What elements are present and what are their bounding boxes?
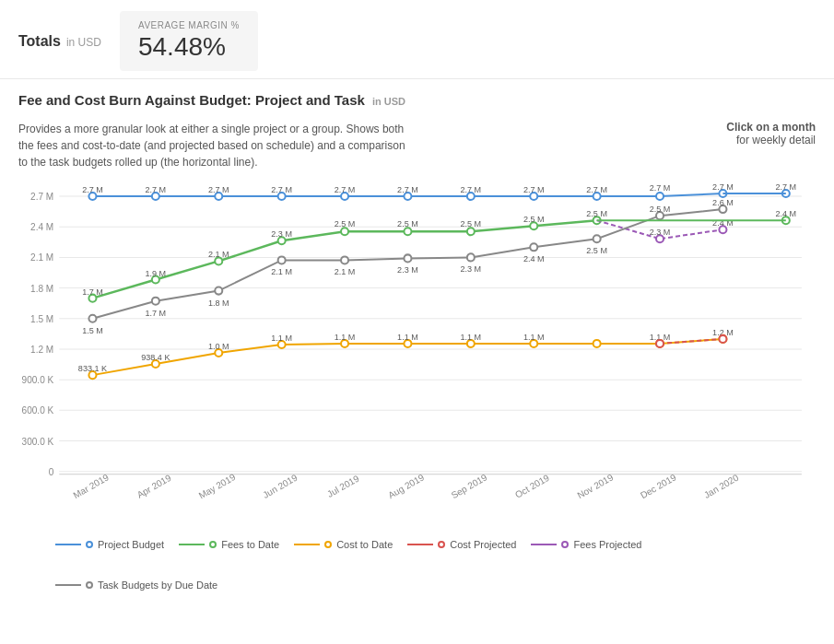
svg-text:2.7 M: 2.7 M — [146, 185, 167, 194]
info-text: Provides a more granular look at either … — [18, 121, 405, 170]
svg-point-93 — [656, 340, 664, 347]
svg-text:2.1 M: 2.1 M — [208, 250, 229, 259]
svg-point-100 — [152, 298, 159, 305]
legend-label-task-budgets: Task Budgets by Due Date — [98, 580, 217, 591]
svg-point-106 — [530, 243, 537, 251]
metric-value: 54.48% — [138, 32, 240, 62]
svg-text:2.3 M: 2.3 M — [650, 228, 671, 237]
svg-text:1.1 M: 1.1 M — [335, 333, 356, 342]
svg-text:2.7 M: 2.7 M — [335, 185, 356, 194]
svg-text:Dec 2019: Dec 2019 — [639, 472, 678, 500]
legend-line-cost-to-date — [294, 544, 320, 545]
svg-text:Nov 2019: Nov 2019 — [576, 472, 616, 500]
legend-line-project-budget — [55, 544, 81, 545]
svg-text:2.3 M: 2.3 M — [461, 264, 482, 274]
svg-text:2.1 M: 2.1 M — [335, 268, 356, 277]
svg-text:2.1 M: 2.1 M — [271, 268, 292, 277]
legend-dot-project-budget — [86, 541, 93, 548]
svg-point-60 — [467, 228, 475, 235]
svg-text:900.0 K: 900.0 K — [22, 375, 54, 385]
svg-text:2.5 M: 2.5 M — [397, 219, 418, 228]
svg-text:2.7 M: 2.7 M — [208, 185, 229, 194]
legend-item-task-budgets: Task Budgets by Due Date — [55, 580, 217, 591]
svg-text:2.4 M: 2.4 M — [30, 222, 53, 232]
metric-box: AVERAGE MARGIN % 54.48% — [120, 11, 258, 71]
legend-dot-fees-projected — [561, 541, 569, 548]
svg-text:600.0 K: 600.0 K — [22, 405, 54, 416]
svg-point-104 — [404, 254, 411, 262]
svg-text:Oct 2019: Oct 2019 — [513, 473, 551, 500]
svg-text:Jan 2020: Jan 2020 — [702, 473, 741, 500]
svg-text:Apr 2019: Apr 2019 — [135, 473, 173, 500]
svg-point-99 — [88, 315, 96, 322]
svg-text:2.7 M: 2.7 M — [650, 183, 671, 193]
svg-text:1.5 M: 1.5 M — [82, 326, 103, 335]
svg-text:2.3 M: 2.3 M — [271, 229, 292, 239]
svg-text:2.7 M: 2.7 M — [775, 182, 796, 192]
svg-text:1.1 M: 1.1 M — [461, 333, 482, 342]
totals-header: Totals in USD AVERAGE MARGIN % 54.48% — [0, 0, 834, 79]
svg-text:2.5 M: 2.5 M — [523, 215, 545, 224]
svg-text:Jun 2019: Jun 2019 — [261, 473, 300, 500]
svg-text:1.2 M: 1.2 M — [30, 345, 53, 355]
svg-text:2.5 M: 2.5 M — [586, 209, 607, 218]
legend-label-cost-projected: Cost Projected — [450, 539, 516, 550]
svg-text:2.7 M: 2.7 M — [712, 182, 734, 192]
chart-area: Provides a more granular look at either … — [0, 111, 834, 530]
info-row: Provides a more granular look at either … — [18, 121, 816, 170]
svg-text:2.7 M: 2.7 M — [397, 185, 418, 194]
svg-point-101 — [215, 287, 222, 295]
svg-text:938.4 K: 938.4 K — [141, 353, 170, 362]
totals-currency: in USD — [66, 36, 101, 49]
metric-label: AVERAGE MARGIN % — [138, 20, 240, 30]
svg-text:2.4 M: 2.4 M — [775, 209, 796, 218]
legend-item-fees-to-date: Fees to Date — [179, 539, 279, 550]
svg-point-105 — [467, 253, 475, 261]
main-container: Totals in USD AVERAGE MARGIN % 54.48% Fe… — [0, 0, 834, 644]
svg-text:May 2019: May 2019 — [197, 472, 238, 501]
svg-text:0: 0 — [49, 467, 54, 477]
svg-text:2.5 M: 2.5 M — [586, 246, 607, 255]
click-info: Click on a month for weekly detail — [726, 121, 816, 146]
click-info-sub: for weekly detail — [726, 134, 816, 146]
svg-text:2.3 M: 2.3 M — [397, 265, 418, 275]
legend-dot-task-budgets — [86, 581, 93, 589]
svg-text:1.0 M: 1.0 M — [208, 342, 229, 351]
svg-text:2.5 M: 2.5 M — [461, 219, 482, 228]
svg-text:1.1 M: 1.1 M — [397, 333, 418, 342]
svg-point-107 — [593, 235, 601, 242]
chart-svg: 2.7 M 2.4 M 2.1 M 1.8 M 1.5 M 1.2 M 900.… — [18, 180, 816, 530]
svg-text:2.7 M: 2.7 M — [82, 185, 103, 194]
svg-text:1.8 M: 1.8 M — [30, 284, 53, 294]
legend-label-project-budget: Project Budget — [98, 539, 164, 550]
section-title: Fee and Cost Burn Against Budget: Projec… — [0, 79, 834, 111]
svg-text:300.0 K: 300.0 K — [22, 437, 54, 447]
svg-text:2.7 M: 2.7 M — [271, 185, 292, 194]
svg-text:1.8 M: 1.8 M — [208, 299, 229, 308]
legend-line-task-budgets — [55, 584, 81, 586]
svg-text:Jul 2019: Jul 2019 — [325, 473, 361, 499]
legend-label-cost-to-date: Cost to Date — [336, 539, 393, 550]
svg-point-80 — [593, 340, 601, 347]
svg-point-41 — [656, 193, 664, 200]
section-title-currency: in USD — [372, 96, 405, 107]
legend-label-fees-projected: Fees Projected — [573, 539, 641, 550]
svg-text:1.7 M: 1.7 M — [82, 287, 103, 297]
svg-text:2.1 M: 2.1 M — [30, 252, 53, 263]
svg-text:1.1 M: 1.1 M — [523, 333, 545, 342]
svg-point-94 — [719, 335, 726, 343]
svg-point-58 — [341, 228, 348, 235]
legend-item-cost-projected: Cost Projected — [407, 539, 516, 550]
svg-text:Mar 2019: Mar 2019 — [72, 472, 112, 500]
chart-wrapper[interactable]: 2.7 M 2.4 M 2.1 M 1.8 M 1.5 M 1.2 M 900.… — [18, 180, 816, 530]
legend-item-cost-to-date: Cost to Date — [294, 539, 393, 550]
legend-item-project-budget: Project Budget — [55, 539, 164, 550]
svg-text:2.5 M: 2.5 M — [650, 205, 671, 214]
svg-text:Sep 2019: Sep 2019 — [450, 472, 489, 500]
legend-dot-fees-to-date — [209, 541, 217, 548]
legend-dot-cost-projected — [438, 541, 445, 548]
svg-text:2.7 M: 2.7 M — [30, 192, 53, 202]
svg-point-103 — [341, 256, 348, 263]
svg-text:1.7 M: 1.7 M — [146, 309, 167, 318]
svg-point-102 — [278, 256, 286, 263]
